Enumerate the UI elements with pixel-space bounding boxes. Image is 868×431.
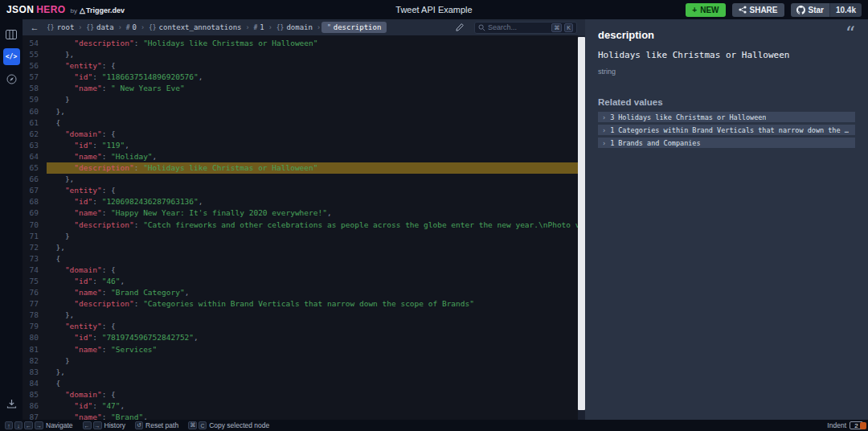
code-line-54[interactable]: 54 "description": "Holidays like Christm…	[23, 38, 578, 49]
code-line-64[interactable]: 64 "name": "Holiday",	[23, 151, 578, 162]
code-line-73[interactable]: 73 {	[23, 253, 578, 265]
code-icon: </>	[6, 53, 17, 60]
logo-by-text: by	[71, 7, 77, 14]
code-line-77[interactable]: 77 "description": "Categories within Bra…	[23, 298, 578, 310]
code-line-67[interactable]: 67 "entity": {	[23, 185, 578, 196]
code-line-81[interactable]: 81 "name": "Services"	[23, 344, 578, 355]
code-line-78[interactable]: 78 },	[23, 310, 578, 321]
code-line-62[interactable]: 62 "domain": {	[23, 129, 578, 140]
code-line-72[interactable]: 72 },	[23, 242, 578, 253]
code-line-59[interactable]: 59 }	[23, 94, 578, 105]
code-line-68[interactable]: 68 "id": "1206982436287963136",	[23, 196, 578, 207]
related-text: Holidays like Christmas or Halloween	[618, 113, 766, 121]
breadcrumb-item-description[interactable]: "description	[321, 22, 387, 33]
share-button[interactable]: SHARE	[732, 3, 784, 17]
line-number: 86	[23, 400, 47, 412]
line-content: {	[47, 253, 578, 265]
chevron-right-icon: ›	[119, 23, 121, 31]
code-line-86[interactable]: 86 "id": "47",	[23, 400, 578, 412]
related-count: 1	[610, 126, 614, 134]
code-line-65[interactable]: 65 "description": "Holidays like Christm…	[23, 162, 578, 174]
code-line-56[interactable]: 56 "entity": {	[23, 60, 578, 72]
breadcrumb-item-data[interactable]: {}data	[83, 23, 117, 32]
related-value-row[interactable]: ›1Categories within Brand Verticals that…	[598, 125, 855, 135]
line-number: 73	[23, 253, 47, 265]
logo-hero-text: HERO	[36, 4, 65, 15]
json-view-button[interactable]: </>	[3, 48, 20, 65]
code-line-60[interactable]: 60 },	[23, 106, 578, 117]
main-column: ← {}root›{}data›#0›{}context_annotations…	[23, 19, 585, 420]
code-line-66[interactable]: 66 },	[23, 174, 578, 185]
code-line-87[interactable]: 87 "name": "Brand",	[23, 412, 578, 420]
code-line-80[interactable]: 80 "id": "781974596752842752",	[23, 332, 578, 343]
scrollbar-thumb[interactable]	[578, 37, 585, 410]
code-line-85[interactable]: 85 "domain": {	[23, 389, 578, 400]
related-value-row[interactable]: ›3Holidays like Christmas or Halloween	[598, 112, 855, 122]
github-icon	[796, 6, 805, 14]
line-content: }	[47, 355, 578, 367]
line-content: },	[47, 367, 578, 378]
related-value-row[interactable]: ›1Brands and Companies	[598, 138, 855, 148]
history-keys: ←→	[83, 421, 102, 429]
code-line-79[interactable]: 79 "entity": {	[23, 321, 578, 332]
code-line-74[interactable]: 74 "domain": {	[23, 265, 578, 276]
code-line-69[interactable]: 69 "name": "Happy New Year: It's finally…	[23, 207, 578, 219]
back-button[interactable]: ←	[27, 23, 42, 32]
breadcrumb-label: domain	[286, 23, 313, 31]
line-content: "name": "Brand",	[47, 412, 578, 420]
code-line-58[interactable]: 58 "name": " New Years Eve"	[23, 83, 578, 94]
breadcrumb-label: context_annotations	[159, 23, 242, 31]
code-line-83[interactable]: 83 },	[23, 367, 578, 378]
chevron-right-icon: ›	[269, 23, 272, 31]
code-lines: 54 "description": "Holidays like Christm…	[23, 38, 578, 420]
copy-node-hint[interactable]: ⌘C Copy selected node	[188, 421, 269, 429]
reset-path-icon: ↺	[135, 421, 143, 429]
reset-path-label: Reset path	[145, 421, 178, 429]
code-line-75[interactable]: 75 "id": "46",	[23, 276, 578, 287]
column-view-button[interactable]	[3, 26, 20, 43]
app-logo[interactable]: JSON HERO by △Trigger.dev	[6, 4, 125, 15]
code-line-57[interactable]: 57 "id": "1186637514896920576",	[23, 72, 578, 83]
arrow-key-icon: ↑	[5, 421, 13, 429]
chevron-right-icon: ›	[602, 139, 606, 147]
tree-view-button[interactable]	[3, 71, 20, 88]
edit-button[interactable]	[455, 23, 465, 32]
breadcrumb-label: root	[57, 23, 75, 31]
breadcrumb-item-context_annotations[interactable]: {}context_annotations	[145, 23, 245, 32]
chevron-right-icon: ›	[79, 23, 81, 31]
navigate-hint: ↑↓←→ Navigate	[5, 421, 73, 429]
code-line-61[interactable]: 61 {	[23, 117, 578, 129]
line-content: "id": "1186637514896920576",	[47, 72, 578, 83]
star-count: 10.4k	[829, 3, 862, 17]
search-input[interactable]: Search... ⌘ K	[474, 22, 577, 34]
code-line-70[interactable]: 70 "description": "Catch fireworks and o…	[23, 220, 578, 231]
reset-path-hint[interactable]: ↺ Reset path	[135, 421, 178, 429]
line-content: "domain": {	[47, 129, 578, 140]
line-content: "description": "Catch fireworks and othe…	[47, 220, 578, 231]
corner-indicator	[860, 422, 866, 429]
code-line-71[interactable]: 71 }	[23, 231, 578, 242]
line-content: "domain": {	[47, 389, 578, 400]
breadcrumb-label: 0	[132, 23, 136, 31]
download-button[interactable]	[3, 395, 20, 412]
line-number: 61	[23, 117, 47, 129]
code-line-76[interactable]: 76 "name": "Brand Category",	[23, 287, 578, 298]
breadcrumb-item-domain[interactable]: {}domain	[273, 23, 316, 32]
new-button[interactable]: +NEW	[686, 3, 725, 17]
code-line-63[interactable]: 63 "id": "119",	[23, 140, 578, 151]
copy-keys: ⌘C	[188, 421, 207, 429]
trigger-dev-link[interactable]: △Trigger.dev	[80, 6, 125, 14]
code-line-84[interactable]: 84 {	[23, 378, 578, 389]
breadcrumb-item-0[interactable]: #0	[123, 23, 140, 32]
line-number: 62	[23, 129, 47, 140]
github-star-button[interactable]: Star 10.4k	[791, 3, 862, 17]
column-view-icon	[6, 30, 17, 39]
breadcrumb-item-1[interactable]: #1	[251, 23, 268, 32]
code-line-55[interactable]: 55 },	[23, 49, 578, 60]
editor-scrollbar[interactable]	[578, 35, 585, 420]
code-line-82[interactable]: 82 }	[23, 355, 578, 367]
download-icon	[6, 399, 17, 408]
chevron-right-icon: ›	[602, 113, 606, 121]
line-number: 70	[23, 220, 47, 231]
breadcrumb-item-root[interactable]: {}root	[43, 23, 77, 32]
